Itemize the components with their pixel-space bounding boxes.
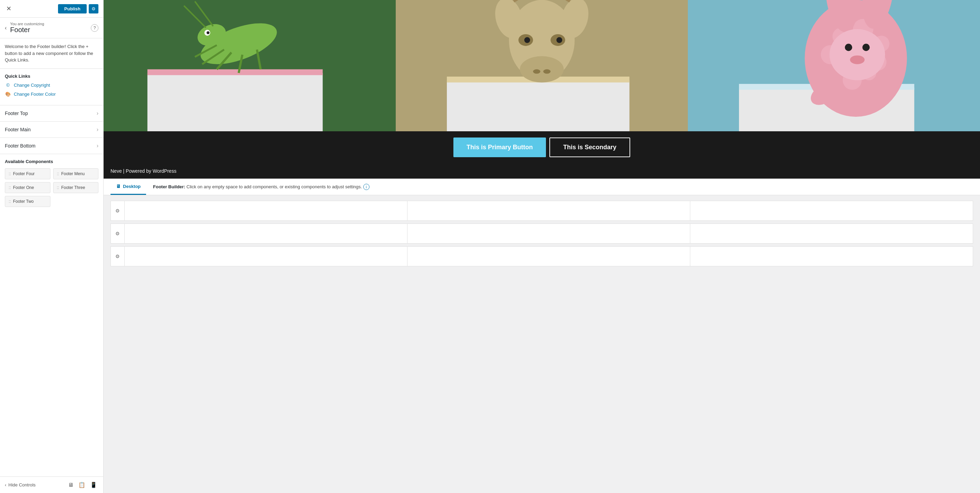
builder-row-1: ⚙ [110,201,973,221]
svg-rect-15 [447,80,630,131]
secondary-button[interactable]: This is Secondary [549,137,630,157]
footer-two-label: Footer Two [13,199,34,204]
chevron-left-icon: ‹ [5,482,6,487]
mobile-view-button[interactable]: 📱 [89,480,99,490]
svg-rect-1 [148,73,323,131]
footer-main-item[interactable]: Footer Main › [0,121,103,138]
publish-settings-button[interactable]: ⚙ [89,4,99,13]
instruction-prefix: Footer Builder: [153,184,185,189]
component-footer-four[interactable]: :: Footer Four [5,168,51,179]
left-panel: ✕ Publish ⚙ ‹ You are customizing Footer… [0,0,103,493]
publish-area: Publish ⚙ [58,4,99,13]
svg-point-18 [520,56,564,83]
quick-links-section: Quick Links © Change Copyright 🎨 Change … [0,69,103,105]
help-button[interactable]: ? [91,24,99,32]
row-3-cell-1[interactable] [125,247,407,266]
desktop-tab-icon: 🖥 [116,183,121,189]
tab-desktop[interactable]: 🖥 Desktop [110,179,146,195]
panel-footer: ‹ Hide Controls 🖥 📋 📱 [0,476,103,493]
publish-button[interactable]: Publish [58,4,87,13]
row-2-gear-button[interactable]: ⚙ [111,224,125,243]
hide-controls-button[interactable]: ‹ Hide Controls [5,482,35,487]
close-button[interactable]: ✕ [5,3,13,14]
copyright-bar: Neve | Powered by WordPress [103,163,980,179]
row-3-cells [125,247,973,266]
row-3-cell-3[interactable] [690,247,973,266]
drag-icon: :: [9,199,11,204]
quick-links-title: Quick Links [5,73,99,79]
row-1-cell-2[interactable] [407,201,690,220]
description-area: Welcome to the Footer builder! Click the… [0,38,103,69]
row-1-cells [125,201,973,220]
footer-bottom-item[interactable]: Footer Bottom › [0,138,103,154]
paint-icon: 🎨 [5,91,11,97]
button-row: This is Primary Button This is Secondary [103,131,980,163]
section-list: Footer Top › Footer Main › Footer Bottom… [0,105,103,154]
row-1-cell-3[interactable] [690,201,973,220]
svg-point-46 [829,29,885,80]
customizing-title: Footer [10,26,30,34]
change-footer-color-label: Change Footer Color [14,91,56,97]
component-footer-three[interactable]: :: Footer Three [53,182,99,193]
builder-instruction: Footer Builder: Click on any empty space… [153,184,369,190]
component-footer-one[interactable]: :: Footer One [5,182,51,193]
desktop-view-button[interactable]: 🖥 [67,480,75,490]
builder-grid: ⚙ ⚙ ⚙ [103,195,980,272]
change-footer-color-link[interactable]: 🎨 Change Footer Color [5,91,99,97]
svg-point-49 [850,55,865,64]
primary-button[interactable]: This is Primary Button [453,137,546,157]
row-3-gear-button[interactable]: ⚙ [111,247,125,266]
instruction-text: Click on any empty space to add componen… [186,184,362,189]
row-3-cell-2[interactable] [407,247,690,266]
chevron-right-icon: › [97,110,99,116]
copyright-icon: © [5,82,11,88]
change-copyright-label: Change Copyright [14,83,50,88]
row-2-cells [125,224,973,243]
customizing-info: You are customizing Footer [10,22,44,34]
gallery-item-grasshopper [103,0,396,131]
back-row: ‹ You are customizing Footer ? [0,18,103,38]
component-footer-menu[interactable]: :: Footer Menu [53,168,99,179]
preview-area: This is Primary Button This is Secondary… [103,0,980,179]
builder-header: 🖥 Desktop Footer Builder: Click on any e… [103,179,980,195]
chevron-right-icon: › [97,143,99,149]
drag-icon: :: [57,171,59,176]
footer-top-item[interactable]: Footer Top › [0,105,103,121]
change-copyright-link[interactable]: © Change Copyright [5,82,99,88]
row-1-gear-button[interactable]: ⚙ [111,201,125,220]
footer-menu-label: Footer Menu [61,171,84,176]
back-button[interactable]: ‹ [5,25,6,31]
drag-icon: :: [9,171,11,176]
panel-header: ✕ Publish ⚙ [0,0,103,18]
builder-area: 🖥 Desktop Footer Builder: Click on any e… [103,179,980,493]
row-2-cell-3[interactable] [690,224,973,243]
view-buttons: 🖥 📋 📱 [67,480,99,490]
components-grid: :: Footer Four :: Footer Menu :: Footer … [5,168,99,207]
builder-row-3: ⚙ [110,246,973,266]
gallery-item-deer [396,0,688,131]
footer-main-label: Footer Main [5,127,31,132]
svg-rect-2 [148,69,323,75]
row-2-cell-2[interactable] [407,224,690,243]
info-icon[interactable]: i [363,184,369,190]
svg-point-29 [524,37,530,43]
drag-icon: :: [9,185,11,190]
right-panel: This is Primary Button This is Secondary… [103,0,980,493]
component-footer-two[interactable]: :: Footer Two [5,196,51,207]
row-2-cell-1[interactable] [125,224,407,243]
desktop-tab-label: Desktop [123,184,140,189]
builder-row-2: ⚙ [110,223,973,244]
gallery-item-bunny [688,0,980,131]
svg-point-48 [862,44,870,51]
tablet-view-button[interactable]: 📋 [77,480,87,490]
row-1-cell-1[interactable] [125,201,407,220]
footer-four-label: Footer Four [13,171,35,176]
footer-top-label: Footer Top [5,110,28,116]
svg-point-47 [845,44,852,51]
customizing-label: You are customizing [10,22,44,26]
svg-point-30 [556,37,562,43]
svg-point-32 [543,69,550,74]
footer-one-label: Footer One [13,185,34,190]
available-components-section: Available Components :: Footer Four :: F… [0,154,103,477]
svg-point-31 [533,69,541,74]
